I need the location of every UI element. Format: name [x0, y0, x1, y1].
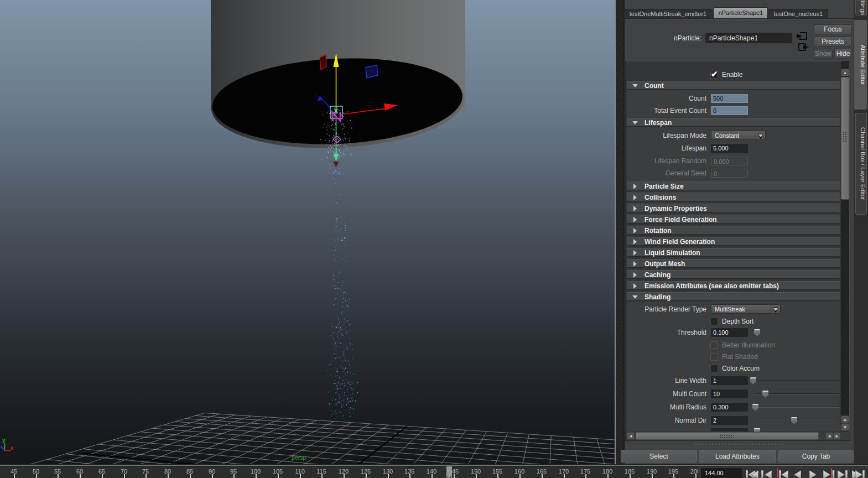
- svg-text:persp: persp: [292, 454, 306, 461]
- svg-text:y: y: [2, 437, 6, 443]
- svg-text:x: x: [11, 445, 14, 451]
